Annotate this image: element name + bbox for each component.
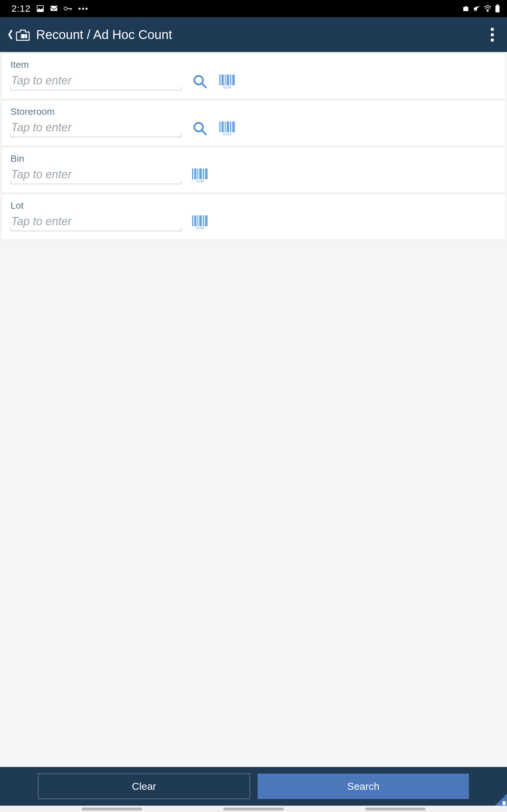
svg-rect-23 — [227, 121, 229, 132]
barcode-icon: 0134 — [219, 74, 236, 89]
svg-rect-14 — [227, 74, 229, 85]
svg-rect-8 — [25, 37, 26, 38]
svg-rect-37 — [199, 215, 202, 226]
svg-rect-21 — [222, 121, 224, 132]
svg-rect-16 — [232, 74, 235, 85]
svg-text:0134: 0134 — [196, 179, 204, 183]
lot-input[interactable] — [10, 213, 181, 231]
item-lookup-button[interactable] — [191, 72, 209, 90]
bin-label: Bin — [10, 153, 497, 164]
svg-rect-28 — [194, 168, 196, 179]
nav-back-button[interactable] — [365, 808, 426, 810]
chevron-left-icon — [8, 29, 13, 40]
svg-rect-20 — [219, 121, 221, 132]
svg-point-1 — [64, 7, 67, 10]
field-bin: Bin 0134 — [1, 147, 506, 193]
svg-rect-35 — [194, 215, 196, 226]
app-bar: Recount / Ad Hoc Count — [0, 17, 507, 52]
dot-icon — [491, 39, 494, 42]
storeroom-lookup-button[interactable] — [191, 119, 209, 137]
svg-text:0134: 0134 — [223, 85, 231, 89]
svg-rect-12 — [222, 74, 224, 85]
dot-icon — [491, 28, 494, 31]
dot-icon — [491, 33, 494, 36]
mail-icon — [49, 4, 58, 13]
field-item: Item 0134 — [1, 53, 506, 99]
svg-rect-4 — [496, 5, 500, 12]
svg-rect-15 — [230, 74, 231, 85]
battery-icon — [495, 4, 500, 13]
status-notification-icons: ••• — [36, 4, 89, 14]
more-notifications-icon: ••• — [78, 4, 89, 14]
back-button[interactable] — [6, 26, 32, 44]
search-icon — [192, 73, 208, 90]
barcode-icon: 0134 — [219, 121, 236, 136]
svg-rect-29 — [198, 168, 199, 179]
svg-rect-7 — [25, 35, 26, 36]
item-input[interactable] — [10, 72, 181, 90]
svg-rect-36 — [198, 215, 199, 226]
svg-rect-39 — [205, 215, 208, 226]
status-left: 2:12 ••• — [11, 3, 89, 14]
svg-rect-27 — [192, 168, 193, 179]
svg-rect-24 — [230, 121, 231, 132]
svg-text:0134: 0134 — [196, 226, 204, 230]
lot-barcode-button[interactable]: 0134 — [191, 213, 209, 231]
key-icon — [63, 6, 73, 11]
search-button[interactable]: Search — [258, 774, 469, 799]
svg-rect-34 — [192, 215, 193, 226]
svg-point-3 — [487, 10, 488, 11]
search-icon — [192, 120, 208, 136]
svg-rect-13 — [225, 74, 226, 85]
svg-line-10 — [202, 84, 206, 88]
field-storeroom: Storeroom 0134 — [1, 100, 506, 146]
system-nav-bar — [0, 806, 507, 812]
svg-rect-25 — [232, 121, 235, 132]
svg-text:0134: 0134 — [223, 132, 231, 136]
storeroom-barcode-button[interactable]: 0134 — [218, 119, 236, 137]
status-time: 2:12 — [11, 3, 31, 14]
svg-line-19 — [202, 131, 206, 135]
footer-bar: Clear Search — [0, 767, 507, 806]
page-title: Recount / Ad Hoc Count — [36, 28, 172, 42]
svg-rect-31 — [203, 168, 204, 179]
field-lot: Lot 0134 — [1, 194, 506, 240]
barcode-icon: 0134 — [191, 168, 209, 183]
lot-label: Lot — [10, 200, 497, 211]
storeroom-input[interactable] — [10, 119, 181, 137]
svg-rect-30 — [199, 168, 202, 179]
image-icon — [36, 4, 44, 13]
wifi-icon — [484, 5, 492, 12]
svg-rect-6 — [21, 35, 24, 38]
svg-rect-22 — [225, 121, 226, 132]
form-area: Item 0134 Storeroom — [0, 52, 507, 240]
briefcase-app-icon — [15, 28, 31, 42]
barcode-icon: 0134 — [191, 215, 209, 230]
bin-input[interactable] — [10, 166, 181, 184]
storeroom-label: Storeroom — [10, 106, 497, 117]
status-right — [462, 4, 500, 13]
svg-rect-38 — [203, 215, 204, 226]
item-label: Item — [10, 59, 497, 70]
nav-home-button[interactable] — [223, 808, 284, 810]
svg-rect-32 — [205, 168, 208, 179]
item-barcode-button[interactable]: 0134 — [218, 72, 236, 90]
briefcase-icon — [462, 5, 469, 12]
svg-rect-5 — [497, 4, 499, 5]
bin-barcode-button[interactable]: 0134 — [191, 166, 209, 184]
system-status-bar: 2:12 ••• — [0, 0, 507, 17]
clear-button[interactable]: Clear — [38, 774, 250, 799]
corner-badge-icon — [494, 794, 507, 806]
overflow-menu-button[interactable] — [487, 25, 498, 45]
nav-recent-button[interactable] — [82, 808, 142, 810]
mute-icon — [473, 5, 481, 12]
svg-rect-11 — [219, 74, 221, 85]
